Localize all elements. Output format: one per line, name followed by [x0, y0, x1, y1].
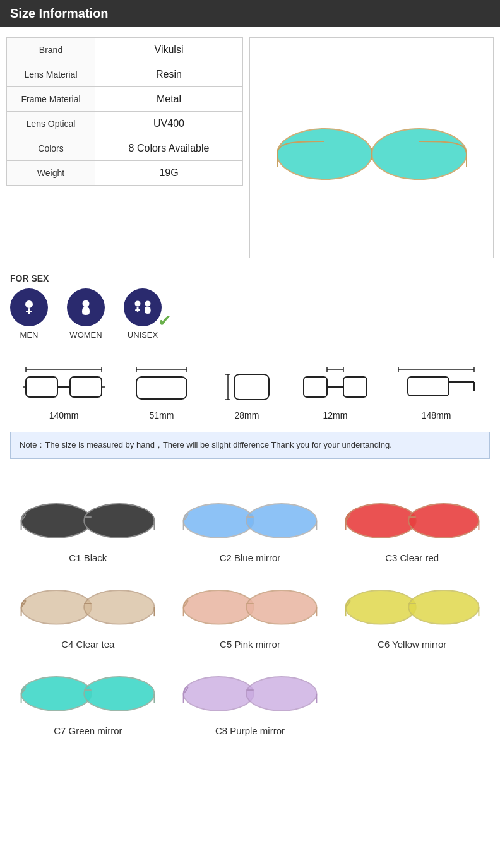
- svg-rect-34: [304, 377, 327, 397]
- color-item-c4: C4 Clear tea: [10, 576, 166, 650]
- header-title: Size Information: [10, 6, 109, 20]
- spec-row: Brand Vikulsi: [7, 38, 243, 62]
- spec-label: Colors: [7, 136, 95, 161]
- spec-value: Metal: [95, 87, 243, 112]
- svg-point-1: [372, 129, 467, 179]
- svg-point-0: [277, 129, 372, 179]
- svg-rect-35: [343, 377, 367, 397]
- svg-point-7: [25, 300, 33, 308]
- svg-rect-30: [234, 374, 269, 400]
- svg-rect-40: [408, 377, 449, 396]
- svg-point-73: [21, 677, 92, 711]
- size-section: 140mm 51mm 28mm: [0, 350, 500, 470]
- glasses-svg-c1: [15, 489, 160, 546]
- men-icon: [10, 288, 48, 326]
- spec-label: Lens Material: [7, 62, 95, 87]
- women-icon: [67, 288, 105, 326]
- svg-rect-26: [136, 377, 187, 399]
- glasses-svg-c6: [340, 576, 485, 633]
- diagram-lens-width: [130, 363, 193, 404]
- size-item-4: 148mm: [395, 363, 477, 420]
- sex-icons-container: MEN WOMEN: [10, 288, 490, 340]
- diagram-total-width: [23, 363, 105, 404]
- color-label-c2: C2 Blue mirror: [220, 552, 281, 563]
- size-item-2: 28mm: [218, 363, 275, 420]
- svg-point-68: [345, 590, 415, 624]
- glasses-svg-c7: [15, 662, 160, 719]
- spec-label: Frame Material: [7, 87, 95, 112]
- glasses-svg-c5: [177, 576, 323, 633]
- svg-point-14: [145, 301, 151, 307]
- spec-row: Lens Optical UV400: [7, 112, 243, 136]
- sex-item-men: MEN: [10, 288, 48, 340]
- sex-item-unisex: UNISEX ✔: [124, 288, 172, 340]
- for-sex-section: FOR SEX MEN WOMEN: [0, 268, 500, 350]
- color-label-c1: C1 Black: [69, 552, 107, 563]
- spec-label: Lens Optical: [7, 112, 95, 136]
- svg-point-74: [85, 677, 155, 711]
- size-item-3: 12mm: [301, 363, 370, 420]
- for-sex-label: FOR SEX: [10, 273, 490, 283]
- svg-point-54: [408, 504, 479, 538]
- color-item-c8: C8 Purple mirror: [172, 662, 328, 736]
- glasses-svg-c3: [340, 489, 485, 546]
- glasses-svg-c2: [177, 489, 323, 546]
- checkmark-icon: ✔: [158, 311, 172, 331]
- spec-label: Brand: [7, 38, 95, 62]
- diagram-bridge: [301, 363, 370, 404]
- color-label-c6: C6 Yellow mirror: [378, 639, 446, 650]
- svg-point-49: [246, 504, 316, 538]
- color-label-c3: C3 Clear red: [385, 552, 439, 563]
- unisex-icon: [124, 288, 162, 326]
- size-value-2: 28mm: [235, 410, 259, 420]
- size-item-1: 51mm: [130, 363, 193, 420]
- size-value-3: 12mm: [323, 410, 348, 420]
- svg-point-43: [21, 504, 92, 538]
- women-label: WOMEN: [69, 330, 102, 340]
- men-label: MEN: [20, 330, 39, 340]
- spec-row: Frame Material Metal: [7, 87, 243, 112]
- product-image-box: [249, 37, 494, 258]
- svg-point-44: [85, 504, 155, 538]
- size-value-0: 140mm: [49, 410, 79, 420]
- color-item-c6: C6 Yellow mirror: [334, 576, 490, 650]
- svg-point-58: [21, 590, 92, 624]
- colors-grid: C1 Black C2 Blue mirror: [10, 489, 490, 736]
- spec-table: Brand Vikulsi Lens Material Resin Frame …: [6, 37, 243, 186]
- color-label-c4: C4 Clear tea: [61, 639, 114, 650]
- svg-rect-18: [26, 377, 57, 397]
- spec-value: 19G: [95, 161, 243, 186]
- svg-point-11: [135, 301, 141, 307]
- size-value-1: 51mm: [150, 410, 174, 420]
- svg-point-10: [83, 300, 90, 307]
- page-header: Size Information: [0, 0, 500, 27]
- color-item-c2: C2 Blue mirror: [172, 489, 328, 563]
- spec-value: Vikulsi: [95, 38, 243, 62]
- colors-section: C1 Black C2 Blue mirror: [0, 470, 500, 749]
- color-label-c7: C7 Green mirror: [54, 725, 122, 736]
- color-item-c7: C7 Green mirror: [10, 662, 166, 736]
- color-label-c8: C8 Purple mirror: [215, 725, 285, 736]
- svg-point-69: [408, 590, 479, 624]
- sex-item-women: WOMEN: [67, 288, 105, 340]
- diagram-lens-height: [218, 363, 275, 404]
- note-box: Note：The size is measured by hand，There …: [10, 432, 490, 459]
- top-section: Brand Vikulsi Lens Material Resin Frame …: [0, 27, 500, 268]
- spec-row: Weight 19G: [7, 161, 243, 186]
- svg-point-59: [85, 590, 155, 624]
- spec-row: Colors 8 Colors Available: [7, 136, 243, 161]
- glasses-svg-c4: [15, 576, 160, 633]
- spec-label: Weight: [7, 161, 95, 186]
- svg-point-48: [184, 504, 254, 538]
- spec-value: Resin: [95, 62, 243, 87]
- color-item-c3: C3 Clear red: [334, 489, 490, 563]
- color-label-c5: C5 Pink mirror: [220, 639, 280, 650]
- svg-rect-19: [70, 377, 102, 397]
- spec-row: Lens Material Resin: [7, 62, 243, 87]
- unisex-label: UNISEX: [128, 330, 158, 340]
- product-image: [265, 78, 479, 217]
- svg-point-64: [246, 590, 316, 624]
- svg-point-63: [184, 590, 254, 624]
- diagram-temple: [395, 363, 477, 404]
- spec-value: UV400: [95, 112, 243, 136]
